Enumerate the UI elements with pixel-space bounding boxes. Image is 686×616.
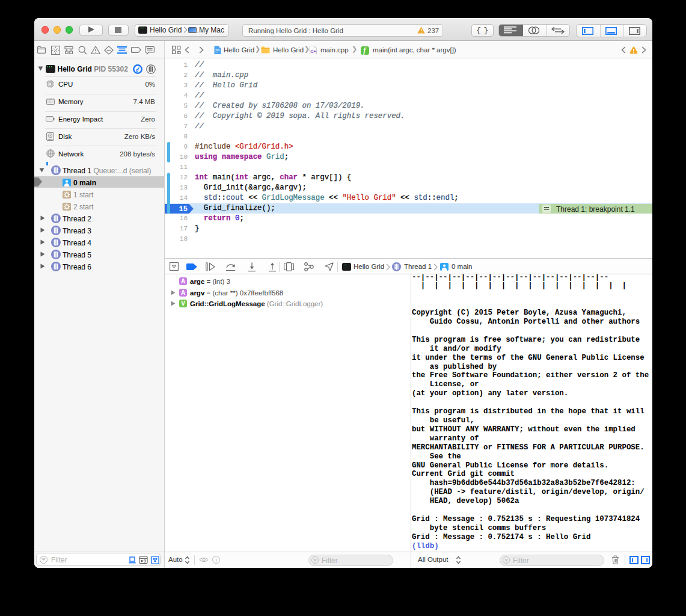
- svg-text:C+: C+: [310, 49, 316, 54]
